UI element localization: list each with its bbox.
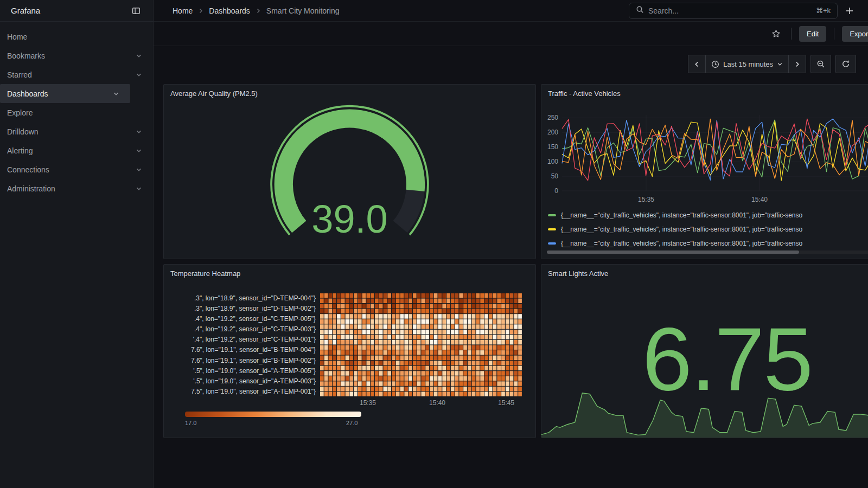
refresh-icon[interactable]	[835, 55, 856, 73]
sidebar-item-label: Home	[7, 33, 27, 41]
sidebar-item-home[interactable]: Home	[0, 27, 153, 46]
search-shortcut: ⌘+k	[816, 7, 831, 15]
panel-traffic: Traffic - Active Vehicles 05010015020025…	[541, 84, 868, 259]
heatmap-grid	[320, 293, 522, 397]
heatmap-row-label: '.5", lon="19.0", sensor_id="A-TEMP-005"…	[164, 366, 316, 376]
heatmap-x-axis: 15:3515:4015:45	[320, 399, 526, 408]
sidebar-item-dashboards[interactable]: Dashboards	[0, 84, 130, 103]
time-range-label: Last 15 minutes	[723, 60, 773, 68]
panel-title[interactable]: Smart Lights Active	[548, 269, 608, 278]
clock-icon	[711, 60, 719, 68]
brand-title: Grafana	[11, 6, 40, 15]
time-controls: Last 15 minutes	[688, 55, 856, 73]
chevron-down-icon	[136, 53, 142, 59]
dock-icon[interactable]	[129, 4, 143, 18]
zoom-out-icon[interactable]	[810, 55, 831, 73]
time-shift-forward-button[interactable]	[789, 55, 806, 73]
sidebar-item-connections[interactable]: Connections	[0, 160, 153, 179]
toolbar-divider	[791, 28, 792, 40]
legend-scrollbar-thumb[interactable]	[547, 251, 799, 254]
svg-text:100: 100	[547, 158, 558, 165]
svg-text:150: 150	[547, 143, 558, 151]
sidebar-item-bookmarks[interactable]: Bookmarks	[0, 46, 153, 65]
traffic-legend: {__name__="city_traffic_vehicles", insta…	[548, 208, 868, 251]
chevron-down-icon	[136, 129, 142, 135]
panel-smart-lights: Smart Lights Active 6.75	[541, 264, 868, 438]
chevron-down-icon	[136, 147, 142, 154]
colorbar-max-label: 27.0	[346, 420, 358, 426]
sidebar-item-label: Alerting	[7, 146, 33, 155]
heatmap-row-label: 7.6", lon="19.1", sensor_id="B-TEMP-004"…	[164, 345, 316, 355]
stat-sparkline	[541, 383, 868, 438]
top-bar: Home Dashboards Smart City Monitoring ⌘+…	[154, 0, 868, 22]
sidebar-item-administration[interactable]: Administration	[0, 179, 153, 198]
sidebar-item-starred[interactable]: Starred	[0, 65, 153, 84]
svg-text:200: 200	[547, 129, 558, 136]
heatmap-x-tick: 15:40	[429, 399, 445, 407]
edit-button[interactable]: Edit	[799, 26, 826, 42]
sidebar-item-explore[interactable]: Explore	[0, 103, 153, 122]
legend-item[interactable]: {__name__="city_traffic_vehicles", insta…	[548, 208, 868, 222]
chevron-right-icon	[256, 8, 261, 14]
heatmap-row-label: '.4", lon="19.2", sensor_id="C-TEMP-001"…	[164, 335, 316, 345]
search-box[interactable]: ⌘+k	[629, 3, 838, 19]
svg-text:0: 0	[554, 187, 558, 195]
panel-temperature-heatmap: Temperature Heatmap .3", lon="18.9", sen…	[163, 264, 536, 438]
sidebar-item-alerting[interactable]: Alerting	[0, 141, 153, 160]
gauge-chart: 39.0	[164, 103, 535, 258]
panel-title[interactable]: Temperature Heatmap	[170, 269, 240, 278]
breadcrumb-dashboards[interactable]: Dashboards	[209, 7, 250, 15]
svg-text:15:35: 15:35	[638, 196, 654, 203]
legend-label: {__name__="city_traffic_vehicles", insta…	[561, 211, 802, 219]
chevron-down-icon	[113, 91, 119, 97]
svg-text:15:40: 15:40	[751, 196, 768, 203]
svg-text:50: 50	[551, 172, 559, 180]
breadcrumb: Home Dashboards Smart City Monitoring	[154, 7, 339, 15]
heatmap-row-labels: .3", lon="18.9", sensor_id="D-TEMP-004"}…	[164, 293, 316, 397]
svg-text:39.0: 39.0	[311, 197, 388, 241]
chevron-right-icon	[198, 8, 203, 14]
sidebar-item-label: Dashboards	[7, 89, 48, 98]
time-shift-back-button[interactable]	[688, 55, 706, 73]
legend-scrollbar	[547, 251, 868, 254]
heatmap-row-label: .3", lon="18.9", sensor_id="D-TEMP-002"}	[164, 304, 316, 314]
sidebar-header: Grafana	[0, 0, 153, 22]
topbar-right: ⌘+k	[629, 3, 868, 19]
heatmap-row-label: 7.5", lon="19.0", sensor_id="A-TEMP-001"…	[164, 387, 316, 397]
sidebar: Grafana Home Bookmarks Starred Dashboard…	[0, 0, 154, 488]
heatmap-row-label: .3", lon="18.9", sensor_id="D-TEMP-004"}	[164, 293, 316, 304]
legend-label: {__name__="city_traffic_vehicles", insta…	[561, 226, 802, 233]
time-range-picker[interactable]: Last 15 minutes	[706, 55, 789, 73]
sidebar-item-label: Drilldown	[7, 127, 39, 136]
chevron-down-icon	[136, 185, 142, 192]
export-button[interactable]: Export	[842, 26, 868, 42]
legend-item[interactable]: {__name__="city_traffic_vehicles", insta…	[548, 236, 868, 251]
sidebar-item-label: Connections	[7, 165, 49, 174]
heatmap-x-tick: 15:35	[360, 399, 376, 407]
search-input[interactable]	[648, 7, 812, 15]
heatmap-row-label: 7.6", lon="19.1", sensor_id="B-TEMP-002"…	[164, 356, 316, 366]
sidebar-nav: Home Bookmarks Starred Dashboards Explor…	[0, 22, 153, 198]
colorbar-min-label: 17.0	[185, 420, 196, 426]
heatmap-row-label: .4", lon="19.2", sensor_id="C-TEMP-005"}	[164, 314, 316, 324]
legend-color-dash	[548, 214, 556, 216]
svg-text:250: 250	[547, 114, 558, 121]
sidebar-item-label: Starred	[7, 70, 32, 79]
legend-label: {__name__="city_traffic_vehicles", insta…	[561, 240, 802, 247]
chevron-down-icon	[136, 166, 142, 173]
legend-color-dash	[548, 242, 556, 245]
panel-title[interactable]: Traffic - Active Vehicles	[548, 89, 621, 98]
breadcrumb-home[interactable]: Home	[173, 7, 193, 15]
panel-title[interactable]: Average Air Quality (PM2.5)	[170, 89, 258, 98]
sidebar-item-drilldown[interactable]: Drilldown	[0, 122, 153, 141]
chevron-down-icon	[136, 72, 142, 78]
toolbar-divider	[834, 28, 834, 40]
legend-item[interactable]: {__name__="city_traffic_vehicles", insta…	[548, 222, 868, 236]
legend-color-dash	[548, 228, 556, 230]
search-icon	[636, 5, 644, 16]
breadcrumb-current: Smart City Monitoring	[266, 7, 340, 15]
plus-icon[interactable]	[845, 7, 854, 15]
heatmap-x-tick: 15:45	[498, 399, 514, 407]
time-range-group: Last 15 minutes	[688, 55, 806, 73]
star-icon[interactable]	[769, 27, 783, 41]
